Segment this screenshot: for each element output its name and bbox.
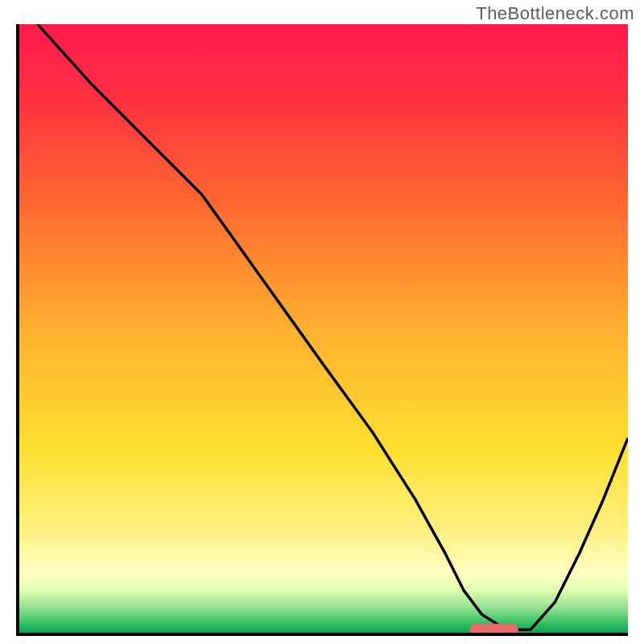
chart-gradient-background xyxy=(19,24,628,633)
chart-plot-area xyxy=(16,24,628,636)
watermark-text: TheBottleneck.com xyxy=(476,3,634,24)
